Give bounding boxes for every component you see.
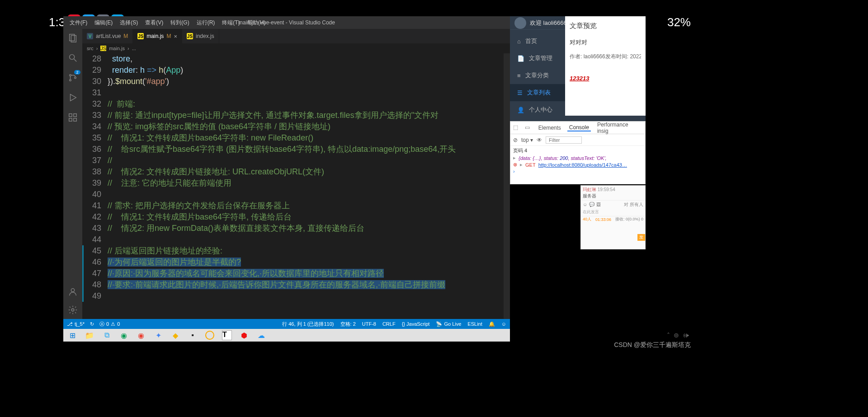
- chat-target[interactable]: 对 所有人: [624, 201, 643, 208]
- nav-label: 文章管理: [529, 54, 552, 62]
- performance-tab[interactable]: Performance insig: [595, 122, 642, 134]
- code-line[interactable]: // 前提: 通过input[type=file]让用户选择文件, 通过事件对象…: [108, 110, 510, 121]
- menu-select[interactable]: 选择(S): [116, 19, 142, 27]
- code-line[interactable]: //: [108, 155, 510, 166]
- code-line[interactable]: [108, 189, 510, 200]
- eol[interactable]: CRLF: [382, 321, 396, 327]
- system-tray[interactable]: ˄ ⊚ 🕪: [667, 332, 689, 339]
- editor-tab[interactable]: JSmain.jsM×: [133, 29, 182, 43]
- code-line[interactable]: // 注意: 它的地址只能在前端使用: [108, 178, 510, 189]
- search-icon[interactable]: [67, 52, 78, 63]
- editor-tab[interactable]: VartList.vueM: [82, 29, 133, 43]
- breadcrumb[interactable]: src› JS main.js› ...: [82, 43, 510, 53]
- extensions-icon[interactable]: [67, 112, 78, 123]
- debug-icon[interactable]: [67, 92, 78, 103]
- menu-view[interactable]: 查看(V): [142, 19, 167, 27]
- editor-tab[interactable]: JSindex.js: [182, 29, 219, 43]
- code-line[interactable]: [108, 234, 510, 245]
- eslint[interactable]: ESLint: [467, 321, 482, 327]
- settings-icon[interactable]: [67, 305, 78, 315]
- code-line[interactable]: //·要求:·前端请求此图片的时候,·后端告诉你图片文件真身所在的服务器域名,·…: [108, 279, 510, 290]
- filter-input[interactable]: [546, 136, 582, 144]
- code-editor[interactable]: 2829303132333435363738394041424344454647…: [82, 53, 510, 319]
- explorer-icon[interactable]: [67, 33, 78, 43]
- sync-icon[interactable]: ↻: [90, 321, 94, 327]
- tray-wifi-icon[interactable]: ⊚: [674, 332, 679, 339]
- code-line[interactable]: // 前端:: [108, 98, 510, 110]
- tab-label: main.js: [146, 33, 164, 39]
- code-line[interactable]: // 后端返回图片链接地址的经验:: [108, 245, 510, 257]
- scm-icon[interactable]: 2: [67, 72, 78, 83]
- eye-icon[interactable]: 👁: [537, 137, 542, 143]
- errors-count[interactable]: ⓧ 0 ⚠ 0: [99, 321, 120, 328]
- language[interactable]: {} JavaScript: [402, 321, 430, 327]
- expand-caret[interactable]: ▸: [513, 155, 516, 161]
- expand-caret[interactable]: ▸: [520, 162, 523, 168]
- code-line[interactable]: // 情况2: 文件转成图片链接地址: URL.createObjURL(文件): [108, 166, 510, 178]
- feedback-icon[interactable]: ☺: [501, 321, 506, 327]
- code-line[interactable]: // 情况2: 用new FormData()表单数据直接装文件本身, 直接传递…: [108, 223, 510, 234]
- code-line[interactable]: // 情况1: 文件转成图片base64字符串, 传递给后台: [108, 211, 510, 223]
- terminal-button[interactable]: ▪: [184, 329, 201, 341]
- menu-run[interactable]: 运行(R): [193, 19, 219, 27]
- code-line[interactable]: [108, 87, 510, 98]
- app-button[interactable]: ⬢: [236, 329, 252, 341]
- code-line[interactable]: //·原因:·因为服务器的域名可能会来回变化,·所以数据库里的地址只有相对路径: [108, 268, 510, 279]
- console-error[interactable]: ⊗ ▸ GET http://localhost:8080/uploads/14…: [513, 161, 642, 168]
- explorer-button[interactable]: 📁: [81, 329, 98, 341]
- menu-goto[interactable]: 转到(G): [167, 19, 193, 27]
- loader-button[interactable]: [202, 329, 218, 341]
- cursor-position[interactable]: 行 46, 列 1 (已选择110): [282, 321, 334, 328]
- code-line[interactable]: // 情况1: 文件转成图片base64字符串: new FileReader(…: [108, 132, 510, 144]
- code-line[interactable]: }).$mount('#app'): [108, 76, 510, 87]
- code-line[interactable]: store,: [108, 53, 510, 65]
- code-line[interactable]: // 预览: img标签的src属性的值 (base64字符串 / 图片链接地址…: [108, 121, 510, 132]
- code-line[interactable]: render: h => h(App): [108, 65, 510, 76]
- minimap[interactable]: [504, 53, 510, 319]
- text-button[interactable]: T: [219, 329, 235, 341]
- edge-button[interactable]: ◉: [116, 329, 132, 341]
- context-selector[interactable]: top ▾: [521, 137, 533, 143]
- vscode-button[interactable]: ⧉: [99, 329, 115, 341]
- emoji-icon[interactable]: ☺: [583, 202, 587, 207]
- console-line[interactable]: ▸ {data: {…}, status: 200, statusText: '…: [513, 155, 642, 161]
- indent[interactable]: 空格: 2: [340, 321, 356, 328]
- image-icon[interactable]: 🖼: [596, 202, 601, 207]
- app-button[interactable]: ◆: [167, 329, 184, 341]
- send-button[interactable]: 发: [637, 234, 645, 241]
- line-number: 41: [82, 200, 101, 211]
- bell-icon[interactable]: 🔔: [489, 321, 495, 327]
- chat-input[interactable]: 在此发言: [581, 208, 645, 216]
- encoding[interactable]: UTF-8: [362, 321, 376, 327]
- breadcrumb-part[interactable]: ...: [132, 46, 136, 51]
- breadcrumb-part[interactable]: src: [87, 46, 94, 51]
- app-button[interactable]: ✦: [150, 329, 166, 341]
- clear-icon[interactable]: ⊘: [513, 137, 518, 143]
- line-number: 47: [82, 268, 101, 279]
- account-icon[interactable]: [67, 286, 78, 297]
- console-tab[interactable]: Console: [567, 124, 591, 131]
- breadcrumb-part[interactable]: main.js: [109, 46, 125, 51]
- code-line[interactable]: //·为何后端返回的图片地址是半截的?: [108, 257, 510, 268]
- cloud-button[interactable]: ☁: [253, 329, 269, 341]
- start-button[interactable]: ⊞: [64, 329, 80, 341]
- console-line: 页码 4: [513, 147, 642, 155]
- code-line[interactable]: // 需求: 把用户选择的文件发给后台保存在服务器上: [108, 200, 510, 211]
- error-url[interactable]: http://localhost:8080/uploads/147ca43…: [538, 162, 627, 168]
- phone-battery: 32%: [667, 15, 691, 29]
- golive-button[interactable]: 📡 Go Live: [436, 321, 461, 327]
- tray-up-icon[interactable]: ˄: [667, 332, 670, 339]
- code-line[interactable]: [108, 290, 510, 302]
- chrome-button[interactable]: ◉: [133, 329, 149, 341]
- inspect-icon[interactable]: ⬚: [513, 124, 520, 131]
- device-icon[interactable]: ▭: [525, 124, 532, 131]
- code-line[interactable]: // 给src属性赋予base64字符串 (图片数据转base64字符串), 特…: [108, 144, 510, 155]
- console-prompt[interactable]: ›: [513, 168, 642, 174]
- tray-sound-icon[interactable]: 🕪: [683, 332, 689, 339]
- comment-icon[interactable]: 💬: [589, 202, 594, 207]
- elements-tab[interactable]: Elements: [537, 125, 563, 131]
- branch-indicator[interactable]: ⎇ tj_5*: [67, 321, 85, 327]
- menu-edit[interactable]: 编辑(E): [91, 19, 116, 27]
- close-icon[interactable]: ×: [174, 33, 177, 40]
- menu-file[interactable]: 文件(F): [66, 19, 91, 27]
